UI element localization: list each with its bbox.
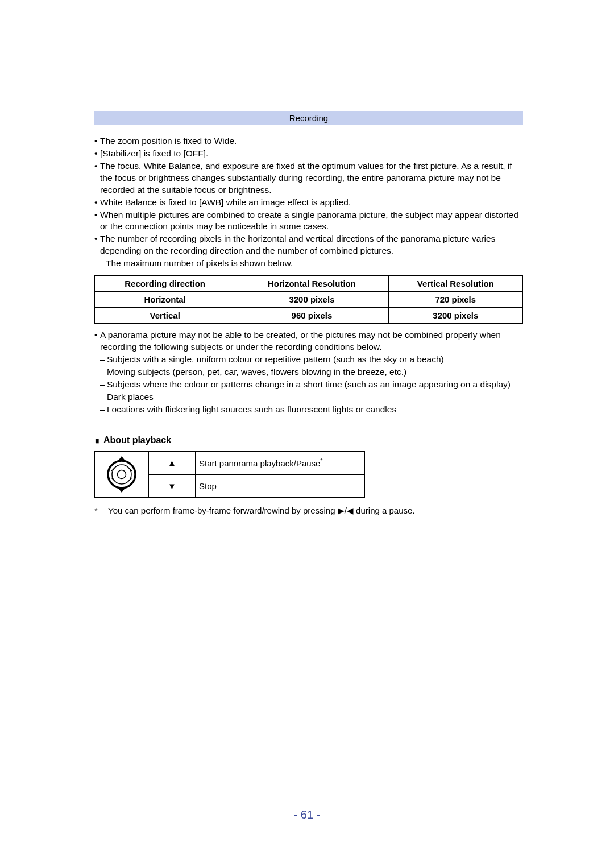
down-desc-cell: Stop — [196, 474, 365, 497]
footnote: * You can perform frame-by-frame forward… — [94, 506, 523, 516]
table-header: Horizontal Resolution — [235, 276, 388, 292]
svg-marker-7 — [118, 456, 126, 461]
table-cell: 3200 pixels — [388, 308, 522, 324]
table-header: Vertical Resolution — [388, 276, 522, 292]
table-header: Recording direction — [95, 276, 235, 292]
playback-table: ▲ Start panorama playback/Pause* ▼ Stop — [94, 451, 365, 498]
note-item: White Balance is fixed to [AWB] while an… — [100, 197, 523, 209]
table-cell: Horizontal — [95, 292, 235, 308]
section-header: Recording — [94, 111, 523, 125]
svg-point-1 — [112, 465, 131, 484]
note-item-tail: The maximum number of pixels is shown be… — [100, 258, 523, 270]
down-arrow-cell: ▼ — [149, 474, 196, 497]
footnote-marker: * — [94, 506, 108, 516]
table-cell: 960 pixels — [235, 308, 388, 324]
note-subitem: Dark places — [107, 391, 523, 403]
note-item: The number of recording pixels in the ho… — [100, 233, 523, 257]
note-item: [Stabilizer] is fixed to [OFF]. — [100, 148, 523, 160]
note-item: The focus, White Balance, and exposure a… — [100, 160, 523, 196]
notes-list-bottom: •A panorama picture may not be able to b… — [94, 329, 523, 415]
svg-marker-8 — [118, 487, 126, 493]
note-subitem: Subjects where the colour or patterns ch… — [107, 379, 523, 391]
svg-point-2 — [118, 470, 126, 478]
note-item: When multiple pictures are combined to c… — [100, 209, 523, 233]
about-playback-heading: ∎About playback — [94, 435, 523, 445]
document-page: Recording •The zoom position is fixed to… — [0, 0, 614, 516]
note-subitem: Locations with flickering light sources … — [107, 404, 523, 416]
notes-list-top: •The zoom position is fixed to Wide. •[S… — [94, 135, 523, 270]
note-item: The zoom position is fixed to Wide. — [100, 135, 523, 147]
table-cell: Vertical — [95, 308, 235, 324]
dpad-icon — [106, 456, 137, 493]
up-arrow-cell: ▲ — [149, 451, 196, 474]
square-bullet-icon: ∎ — [94, 435, 100, 445]
page-number: - 61 - — [0, 808, 614, 821]
up-desc-cell: Start panorama playback/Pause* — [196, 451, 365, 474]
note-subitem: Moving subjects (person, pet, car, waves… — [107, 366, 523, 378]
table-cell: 3200 pixels — [235, 292, 388, 308]
table-row: Vertical 960 pixels 3200 pixels — [95, 308, 523, 324]
note-subitem: Subjects with a single, uniform colour o… — [107, 354, 523, 366]
note-item: A panorama picture may not be able to be… — [100, 329, 523, 353]
dpad-diagram-cell — [95, 451, 149, 497]
table-row: Horizontal 3200 pixels 720 pixels — [95, 292, 523, 308]
table-cell: 720 pixels — [388, 292, 522, 308]
resolution-table: Recording direction Horizontal Resolutio… — [94, 275, 523, 324]
